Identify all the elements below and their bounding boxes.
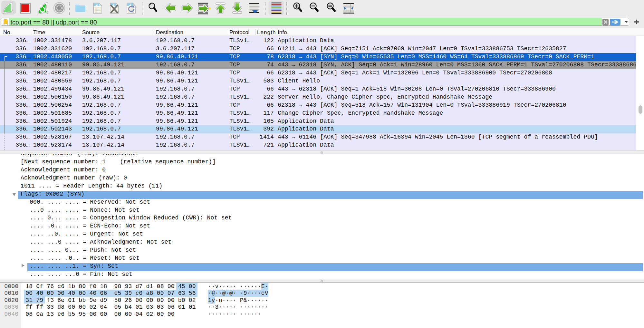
svg-text:01010: 01010 — [95, 7, 101, 9]
svg-text:01110: 01110 — [95, 11, 101, 14]
svg-text:01101: 01101 — [95, 9, 101, 11]
